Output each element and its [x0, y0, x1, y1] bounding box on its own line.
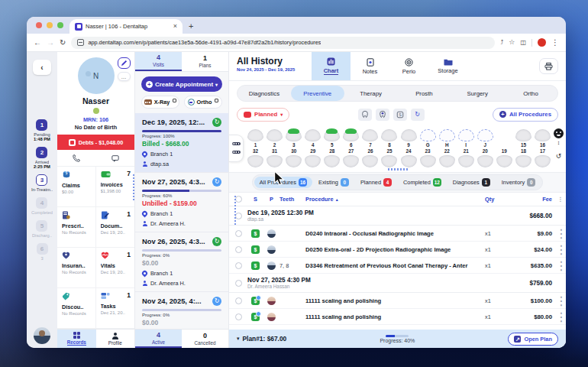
tooth-bottom-shape[interactable]	[343, 155, 359, 167]
row-checkbox[interactable]	[235, 313, 242, 320]
appointment-status-icon[interactable]: ↻	[212, 118, 221, 127]
appointment-card[interactable]: Nov 27, 2025, 4:3...↻Progress: 60%Unbill…	[135, 173, 228, 232]
row-menu-icon[interactable]: ⋮	[555, 310, 566, 324]
tooth-top-shape[interactable]	[343, 129, 359, 141]
filter-chip-planned[interactable]: Planned4	[355, 177, 397, 188]
reload-icon[interactable]: ↻	[60, 39, 66, 47]
tooth-column[interactable]: 1617	[533, 129, 552, 167]
row-menu-icon[interactable]: ⋮	[555, 226, 566, 241]
record-card-docum[interactable]: 1Docum..Dec 19, 20..	[96, 207, 135, 248]
footer-tab-active[interactable]: 4Active	[135, 330, 182, 348]
tooth-column[interactable]: 429	[303, 129, 322, 167]
tooth-bottom-shape[interactable]	[477, 155, 493, 167]
stage-pending[interactable]: 1Pending1:48 PM	[34, 119, 50, 141]
appointment-card[interactable]: Dec 19, 2025, 12:...↻Progress: 100%Bille…	[135, 113, 228, 173]
header-qty[interactable]: Qty	[485, 196, 514, 203]
tooth-top-shape[interactable]	[515, 129, 531, 141]
header-p[interactable]: P	[263, 196, 279, 203]
tooth-tool-icon[interactable]	[358, 109, 372, 121]
tooth-column[interactable]: G23	[418, 129, 438, 167]
filter-chip-all-procedures[interactable]: All Procedures16	[254, 177, 312, 188]
share-icon[interactable]: ⤴	[500, 40, 503, 46]
tooth-top-shape[interactable]	[267, 129, 283, 141]
plan-expand-icon[interactable]: ▾	[237, 336, 240, 342]
tooth-column[interactable]: 726	[360, 129, 380, 167]
category-ortho[interactable]: Ortho	[504, 86, 557, 101]
xray-button[interactable]: X-Ray	[141, 96, 179, 109]
tooth-bottom-shape[interactable]	[401, 155, 417, 167]
tooth-bottom-shape[interactable]	[324, 155, 340, 167]
surface-tool-icon[interactable]: S	[393, 109, 407, 121]
record-card-claims[interactable]: $Claims$0.00	[57, 167, 96, 207]
header-procedure[interactable]: Procedure ▲	[305, 196, 485, 203]
footer-tab-cancelled[interactable]: 0Cancelled	[182, 330, 228, 348]
row-menu-icon[interactable]: ⋮	[555, 258, 566, 273]
tooth-column[interactable]: 132	[246, 129, 265, 167]
header-menu-icon[interactable]: ⋮	[555, 196, 566, 203]
tab-close-icon[interactable]: ×	[173, 23, 177, 30]
row-checkbox[interactable]	[235, 280, 242, 287]
appointment-status-icon[interactable]: ↻	[212, 237, 221, 246]
appointment-card[interactable]: Nov 24, 2025, 4:...↻Progress: 0%$0.00	[135, 292, 228, 329]
patient-more-button[interactable]: …	[118, 72, 131, 81]
minimize-window-button[interactable]	[47, 22, 53, 28]
stage-arrived[interactable]: 2Arrived2:25 PM	[34, 147, 50, 169]
print-button[interactable]	[539, 58, 558, 74]
window-controls[interactable]	[36, 22, 63, 28]
tooth-column[interactable]: 19	[495, 129, 514, 167]
tab-records[interactable]: Records	[57, 330, 96, 348]
tooth-bottom-shape[interactable]	[458, 155, 474, 167]
tooth-bottom-shape[interactable]	[439, 155, 455, 167]
tooth-top-shape[interactable]	[439, 129, 455, 141]
edit-patient-button[interactable]	[118, 57, 131, 69]
tab-chart[interactable]: Chart	[312, 52, 351, 80]
tab-notes[interactable]: Notes	[351, 52, 389, 80]
tooth-top-shape[interactable]	[535, 129, 551, 141]
tooth-top-shape[interactable]	[477, 129, 493, 141]
tooth-column[interactable]: 924	[399, 129, 418, 167]
tooth-bottom-shape[interactable]	[515, 155, 531, 167]
row-checkbox[interactable]	[235, 262, 242, 269]
browser-profile-avatar[interactable]	[538, 38, 546, 47]
tooth-bottom-shape[interactable]	[535, 155, 551, 167]
tooth-bottom-shape[interactable]	[247, 155, 263, 167]
planned-filter-dropdown[interactable]: Planned ▾	[237, 108, 289, 122]
tooth-bottom-shape[interactable]	[420, 155, 436, 167]
row-checkbox[interactable]	[235, 297, 242, 304]
category-preventive[interactable]: Preventive	[291, 86, 344, 101]
appointment-status-icon[interactable]: ↻	[212, 177, 221, 187]
browser-tab[interactable]: Nasser | 106 - Dentaltap ×	[69, 19, 183, 34]
patient-panel-scrollbar[interactable]	[133, 174, 134, 202]
debts-banner[interactable]: Debts - $1,048.00	[57, 135, 134, 150]
table-row[interactable]: $11111 scaling and polishingx1$80.00⋮	[229, 309, 566, 325]
tooth-column[interactable]: 528	[322, 129, 341, 167]
jaw-toggle[interactable]	[229, 135, 244, 162]
tooth-top-shape[interactable]	[458, 129, 474, 141]
table-row[interactable]: $7, 8D3346 Retreatment of Previous Root …	[229, 258, 566, 274]
stage-in-treatm-[interactable]: 3In-Treatm..	[31, 174, 53, 192]
bookmark-star-icon[interactable]: ☆	[509, 39, 515, 46]
tooth-top-shape[interactable]	[324, 129, 340, 141]
tooth-column[interactable]: 330	[284, 129, 303, 167]
close-window-button[interactable]	[36, 22, 42, 28]
stage-completed[interactable]: 4Completed	[31, 197, 53, 215]
new-tab-button[interactable]: +	[189, 22, 193, 31]
tooth-top-shape[interactable]	[286, 129, 302, 141]
collapse-panel-button[interactable]: ‹	[33, 60, 51, 75]
record-card-tasks[interactable]: 1TasksDec 21, 20..	[96, 288, 135, 329]
category-diagnostics[interactable]: Diagnostics	[237, 86, 291, 101]
ortho-button[interactable]: Ortho	[184, 96, 222, 109]
extensions-icon[interactable]: ◫	[520, 40, 526, 46]
header-s[interactable]: S	[247, 196, 263, 203]
rotate-chart-icon[interactable]: ↺	[556, 153, 562, 160]
tab-perio[interactable]: Perio	[389, 52, 428, 80]
filter-chip-completed[interactable]: Completed12	[398, 177, 447, 188]
tooth-top-shape[interactable]	[381, 129, 397, 141]
tooth-column[interactable]: 1518	[514, 129, 533, 167]
tooth-column[interactable]: J20	[476, 129, 495, 167]
tab-plans[interactable]: 1Plans	[182, 52, 228, 71]
url-bar[interactable]: app.dentaltap.com/en/p/patients/cae13e5a…	[71, 37, 495, 49]
upper-jaw-icon[interactable]	[232, 142, 241, 145]
tooth-bottom-shape[interactable]	[362, 155, 378, 167]
message-button[interactable]	[96, 150, 135, 166]
